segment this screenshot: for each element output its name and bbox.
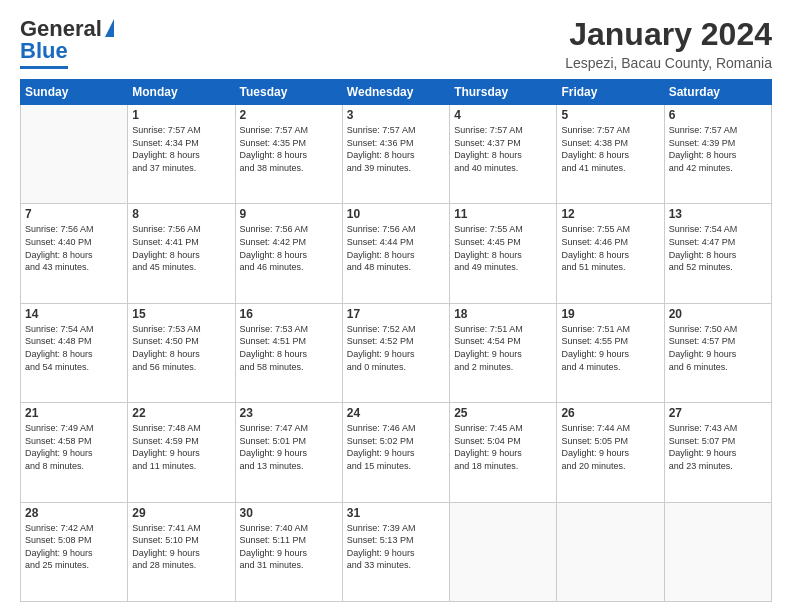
day-number: 3 <box>347 108 445 122</box>
sunset-label: Sunset: 5:08 PM <box>25 534 123 547</box>
daylight-label: Daylight: 9 hoursand 6 minutes. <box>669 348 767 373</box>
daylight-label: Daylight: 8 hoursand 48 minutes. <box>347 249 445 274</box>
sunset-label: Sunset: 4:40 PM <box>25 236 123 249</box>
week-row-3: 14 Sunrise: 7:54 AM Sunset: 4:48 PM Dayl… <box>21 303 772 402</box>
col-saturday: Saturday <box>664 80 771 105</box>
daylight-label: Daylight: 8 hoursand 41 minutes. <box>561 149 659 174</box>
sunset-label: Sunset: 4:48 PM <box>25 335 123 348</box>
day-number: 7 <box>25 207 123 221</box>
day-cell: 12 Sunrise: 7:55 AM Sunset: 4:46 PM Dayl… <box>557 204 664 303</box>
day-cell: 29 Sunrise: 7:41 AM Sunset: 5:10 PM Dayl… <box>128 502 235 601</box>
day-info: Sunrise: 7:41 AM Sunset: 5:10 PM Dayligh… <box>132 522 230 572</box>
daylight-label: Daylight: 8 hoursand 45 minutes. <box>132 249 230 274</box>
day-cell: 27 Sunrise: 7:43 AM Sunset: 5:07 PM Dayl… <box>664 403 771 502</box>
day-number: 2 <box>240 108 338 122</box>
day-info: Sunrise: 7:48 AM Sunset: 4:59 PM Dayligh… <box>132 422 230 472</box>
day-cell <box>557 502 664 601</box>
day-info: Sunrise: 7:57 AM Sunset: 4:35 PM Dayligh… <box>240 124 338 174</box>
sunrise-label: Sunrise: 7:51 AM <box>454 323 552 336</box>
day-number: 6 <box>669 108 767 122</box>
day-number: 4 <box>454 108 552 122</box>
day-info: Sunrise: 7:56 AM Sunset: 4:42 PM Dayligh… <box>240 223 338 273</box>
day-number: 20 <box>669 307 767 321</box>
day-info: Sunrise: 7:39 AM Sunset: 5:13 PM Dayligh… <box>347 522 445 572</box>
day-number: 14 <box>25 307 123 321</box>
daylight-label: Daylight: 8 hoursand 54 minutes. <box>25 348 123 373</box>
day-number: 8 <box>132 207 230 221</box>
sunrise-label: Sunrise: 7:42 AM <box>25 522 123 535</box>
sunrise-label: Sunrise: 7:53 AM <box>132 323 230 336</box>
day-number: 18 <box>454 307 552 321</box>
day-info: Sunrise: 7:45 AM Sunset: 5:04 PM Dayligh… <box>454 422 552 472</box>
day-info: Sunrise: 7:55 AM Sunset: 4:46 PM Dayligh… <box>561 223 659 273</box>
sunset-label: Sunset: 4:39 PM <box>669 137 767 150</box>
week-row-2: 7 Sunrise: 7:56 AM Sunset: 4:40 PM Dayli… <box>21 204 772 303</box>
sunrise-label: Sunrise: 7:46 AM <box>347 422 445 435</box>
sunrise-label: Sunrise: 7:56 AM <box>347 223 445 236</box>
sunrise-label: Sunrise: 7:57 AM <box>454 124 552 137</box>
daylight-label: Daylight: 9 hoursand 0 minutes. <box>347 348 445 373</box>
sunset-label: Sunset: 5:05 PM <box>561 435 659 448</box>
day-cell: 8 Sunrise: 7:56 AM Sunset: 4:41 PM Dayli… <box>128 204 235 303</box>
day-cell: 2 Sunrise: 7:57 AM Sunset: 4:35 PM Dayli… <box>235 105 342 204</box>
day-info: Sunrise: 7:51 AM Sunset: 4:55 PM Dayligh… <box>561 323 659 373</box>
sunrise-label: Sunrise: 7:40 AM <box>240 522 338 535</box>
sunset-label: Sunset: 4:55 PM <box>561 335 659 348</box>
day-info: Sunrise: 7:43 AM Sunset: 5:07 PM Dayligh… <box>669 422 767 472</box>
day-cell: 26 Sunrise: 7:44 AM Sunset: 5:05 PM Dayl… <box>557 403 664 502</box>
day-info: Sunrise: 7:57 AM Sunset: 4:34 PM Dayligh… <box>132 124 230 174</box>
sunset-label: Sunset: 5:11 PM <box>240 534 338 547</box>
sunrise-label: Sunrise: 7:53 AM <box>240 323 338 336</box>
sunset-label: Sunset: 4:51 PM <box>240 335 338 348</box>
day-cell: 14 Sunrise: 7:54 AM Sunset: 4:48 PM Dayl… <box>21 303 128 402</box>
daylight-label: Daylight: 9 hoursand 25 minutes. <box>25 547 123 572</box>
sunrise-label: Sunrise: 7:44 AM <box>561 422 659 435</box>
week-row-1: 1 Sunrise: 7:57 AM Sunset: 4:34 PM Dayli… <box>21 105 772 204</box>
day-cell: 10 Sunrise: 7:56 AM Sunset: 4:44 PM Dayl… <box>342 204 449 303</box>
sunrise-label: Sunrise: 7:54 AM <box>669 223 767 236</box>
subtitle: Lespezi, Bacau County, Romania <box>565 55 772 71</box>
day-info: Sunrise: 7:49 AM Sunset: 4:58 PM Dayligh… <box>25 422 123 472</box>
day-cell: 13 Sunrise: 7:54 AM Sunset: 4:47 PM Dayl… <box>664 204 771 303</box>
day-number: 30 <box>240 506 338 520</box>
sunset-label: Sunset: 4:57 PM <box>669 335 767 348</box>
sunrise-label: Sunrise: 7:50 AM <box>669 323 767 336</box>
day-cell: 21 Sunrise: 7:49 AM Sunset: 4:58 PM Dayl… <box>21 403 128 502</box>
sunrise-label: Sunrise: 7:52 AM <box>347 323 445 336</box>
sunrise-label: Sunrise: 7:57 AM <box>669 124 767 137</box>
sunrise-label: Sunrise: 7:54 AM <box>25 323 123 336</box>
day-info: Sunrise: 7:54 AM Sunset: 4:47 PM Dayligh… <box>669 223 767 273</box>
week-row-4: 21 Sunrise: 7:49 AM Sunset: 4:58 PM Dayl… <box>21 403 772 502</box>
day-cell: 25 Sunrise: 7:45 AM Sunset: 5:04 PM Dayl… <box>450 403 557 502</box>
day-cell: 1 Sunrise: 7:57 AM Sunset: 4:34 PM Dayli… <box>128 105 235 204</box>
col-friday: Friday <box>557 80 664 105</box>
day-cell: 9 Sunrise: 7:56 AM Sunset: 4:42 PM Dayli… <box>235 204 342 303</box>
col-thursday: Thursday <box>450 80 557 105</box>
sunrise-label: Sunrise: 7:43 AM <box>669 422 767 435</box>
day-cell: 31 Sunrise: 7:39 AM Sunset: 5:13 PM Dayl… <box>342 502 449 601</box>
logo: General Blue <box>20 16 114 69</box>
sunrise-label: Sunrise: 7:57 AM <box>561 124 659 137</box>
day-info: Sunrise: 7:56 AM Sunset: 4:41 PM Dayligh… <box>132 223 230 273</box>
logo-underline <box>20 66 68 69</box>
daylight-label: Daylight: 8 hoursand 51 minutes. <box>561 249 659 274</box>
day-cell: 3 Sunrise: 7:57 AM Sunset: 4:36 PM Dayli… <box>342 105 449 204</box>
day-cell: 6 Sunrise: 7:57 AM Sunset: 4:39 PM Dayli… <box>664 105 771 204</box>
main-title: January 2024 <box>565 16 772 53</box>
day-number: 1 <box>132 108 230 122</box>
sunrise-label: Sunrise: 7:57 AM <box>132 124 230 137</box>
daylight-label: Daylight: 8 hoursand 56 minutes. <box>132 348 230 373</box>
day-number: 5 <box>561 108 659 122</box>
day-number: 25 <box>454 406 552 420</box>
day-cell: 7 Sunrise: 7:56 AM Sunset: 4:40 PM Dayli… <box>21 204 128 303</box>
day-cell: 18 Sunrise: 7:51 AM Sunset: 4:54 PM Dayl… <box>450 303 557 402</box>
sunset-label: Sunset: 4:50 PM <box>132 335 230 348</box>
daylight-label: Daylight: 8 hoursand 40 minutes. <box>454 149 552 174</box>
sunset-label: Sunset: 4:59 PM <box>132 435 230 448</box>
sunrise-label: Sunrise: 7:48 AM <box>132 422 230 435</box>
day-info: Sunrise: 7:54 AM Sunset: 4:48 PM Dayligh… <box>25 323 123 373</box>
day-number: 15 <box>132 307 230 321</box>
sunrise-label: Sunrise: 7:55 AM <box>561 223 659 236</box>
sunset-label: Sunset: 5:02 PM <box>347 435 445 448</box>
sunset-label: Sunset: 4:58 PM <box>25 435 123 448</box>
